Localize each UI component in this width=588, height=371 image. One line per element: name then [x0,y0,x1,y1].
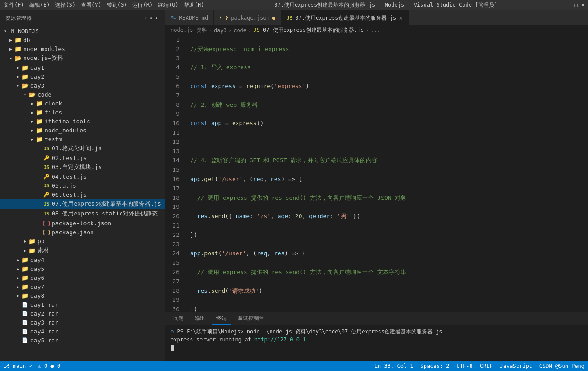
line-num-21: 21 [169,221,179,231]
menu-view[interactable]: 查看(V) [81,1,101,9]
arrow-day4: ▶ [14,257,21,262]
menu-file[interactable]: 文件(F) [4,1,24,9]
tree-item-itheima-tools[interactable]: ▶ 📁 itheima-tools [0,117,165,126]
menu-terminal[interactable]: 终端(U) [158,1,179,9]
label-material: 素材 [38,246,49,254]
menu-edit[interactable]: 编辑(E) [29,1,50,9]
tab-package-json[interactable]: { } package.json ● [214,10,281,25]
tree-item-day5[interactable]: ▶ 📁 day5 [0,264,165,273]
statusbar-eol[interactable]: CRLF [480,363,493,369]
js-icon-file07: JS [43,200,50,207]
statusbar-spaces[interactable]: Spaces: 2 [421,363,450,369]
tree-root-nodejs[interactable]: ▾ N NODEJS [0,26,165,35]
tree-item-pkg-lock[interactable]: { } package-lock.json [0,219,165,228]
statusbar-left: ⎇ main ✓ ⚠ 0 ● 0 [4,363,60,369]
folder-icon-ppt: 📁 [29,237,36,245]
arrow-testm: ▶ [29,137,36,142]
tree-item-day5rar[interactable]: 📄 day5.rar [0,336,165,345]
tree-item-file07[interactable]: JS 07.使用express创建最基本的服务器.js [0,199,165,209]
tree-item-db[interactable]: ▶ 📁 db [0,35,165,44]
tree-item-day1[interactable]: ▶ 📁 day1 [0,63,165,72]
label-day3: day3 [30,82,44,89]
tab-readme[interactable]: M↓ README.md [165,10,214,25]
tab-icon-readme: M↓ [171,15,176,21]
line-num-6: 6 [169,82,179,91]
tree-item-testm[interactable]: ▶ 📁 testm [0,135,165,143]
panel-tab-bar: 问题 输出 终端 调试控制台 [165,312,588,325]
menu-help[interactable]: 帮助(H) [184,1,204,9]
code-line-9: // 调用 express 提供的 res.send() 方法，向客户端响应一个… [190,194,581,203]
tree-item-clock[interactable]: ▶ 📁 clock [0,99,165,108]
tab-close-server[interactable]: × [399,15,402,21]
statusbar-language[interactable]: JavaScript [500,363,532,369]
statusbar-position[interactable]: Ln 33, Col 1 [375,363,413,369]
label-day2: day2 [30,73,44,80]
tree-item-node-modules-root[interactable]: ▶ 📁 node_modules [0,44,165,53]
line-num-28: 28 [169,287,179,296]
tree-item-nodejs-material[interactable]: ▾ 📂 node.js—资料 [0,53,165,63]
tree-item-file01[interactable]: JS 01.格式化时间.js [0,143,165,153]
window-controls[interactable]: —□✕ [567,2,584,8]
tree-item-file06[interactable]: 🔑 06.test.js [0,190,165,199]
terminal-link[interactable]: http://127.0.0.1 [254,337,306,343]
label-db: db [23,37,30,43]
tree-item-day3rar[interactable]: 📄 day3.rar [0,318,165,327]
tree-item-pkg[interactable]: { } package.json [0,228,165,236]
tree-item-files[interactable]: ▶ 📁 files [0,108,165,117]
tree-item-material[interactable]: ▶ 📁 素材 [0,245,165,255]
line-num-13: 13 [169,147,179,156]
statusbar-branch[interactable]: ⎇ main ✓ [4,363,33,369]
tree-item-day1rar[interactable]: 📄 day1.rar [0,300,165,309]
arrow-material: ▶ [21,248,29,253]
terminal-line-1: ⊙ PS E:\练手项目\Nodejs> node .\node.js—资料\d… [171,328,583,336]
label-node-modules-day3: node_modules [45,127,87,134]
line-num-20: 20 [169,212,179,221]
arrow-day5: ▶ [14,266,21,271]
panel-tab-debug[interactable]: 调试控制台 [233,313,269,324]
arrow-day3: ▾ [14,83,21,88]
sidebar-more-button[interactable]: ··· [143,13,159,23]
tree-item-file04[interactable]: 🔑 04.test.js [0,172,165,181]
label-file04: 04.test.js [52,173,87,180]
panel-tab-output[interactable]: 输出 [190,313,210,324]
test-icon-file02: 🔑 [43,154,50,161]
folder-icon-clock: 📁 [36,100,43,107]
tab-server-js[interactable]: JS 07.使用express创建最基本的服务器.js × [281,10,409,25]
line-num-17: 17 [169,184,179,194]
js-icon-file03: JS [43,164,50,171]
tree-item-node-modules-day3[interactable]: ▶ 📁 node_modules [0,126,165,135]
tree-item-day8[interactable]: ▶ 📁 day8 [0,291,165,300]
tree-item-file03[interactable]: JS 03.自定义模块.js [0,162,165,172]
label-node-modules-root: node_modules [23,46,65,52]
tree-item-ppt[interactable]: ▶ 📁 ppt [0,236,165,245]
label-file08: 08.使用express.static对外提供静态资源.js [52,210,165,218]
panel-tab-problems[interactable]: 问题 [169,313,188,324]
rar-icon-day1: 📄 [21,301,29,308]
label-file03: 03.自定义模块.js [52,163,102,171]
tree-item-day7[interactable]: ▶ 📁 day7 [0,282,165,291]
tree-item-file08[interactable]: JS 08.使用express.static对外提供静态资源.js [0,209,165,219]
tree-item-code[interactable]: ▾ 📂 code [0,90,165,99]
statusbar-errors[interactable]: ⚠ 0 ● 0 [38,363,61,369]
menu-select[interactable]: 选择(S) [55,1,75,9]
tree-item-day2rar[interactable]: 📄 day2.rar [0,309,165,318]
tree-item-day2[interactable]: ▶ 📁 day2 [0,72,165,81]
tree-item-day4rar[interactable]: 📄 day4.rar [0,327,165,336]
tab-label-package: package.json [231,15,270,21]
folder-icon-nodejs-material: 📂 [14,55,21,62]
panel-tab-terminal[interactable]: 终端 [212,313,231,325]
statusbar-right: Ln 33, Col 1 Spaces: 2 UTF-8 CRLF JavaSc… [375,363,584,369]
tree-item-file02[interactable]: 🔑 02.test.js [0,153,165,162]
code-editor[interactable]: 1 2 3 4 5 6 7 8 9 10 11 12 13 14 15 16 1… [165,35,588,312]
statusbar-encoding[interactable]: UTF-8 [457,363,473,369]
tree-item-file05[interactable]: JS 05.a.js [0,181,165,190]
line-num-7: 7 [169,91,179,101]
menu-goto[interactable]: 转到(G) [107,1,127,9]
tree-item-day6[interactable]: ▶ 📁 day6 [0,273,165,282]
editor-area: M↓ README.md { } package.json ● JS 07.使用… [165,10,588,361]
terminal-prompt-symbol: ⊙ [171,329,177,335]
tree-item-day4[interactable]: ▶ 📁 day4 [0,255,165,264]
code-line-10: res.send({ name: 'zs', age: 20, gender: … [190,212,581,221]
menu-run[interactable]: 运行(R) [132,1,153,9]
tree-item-day3[interactable]: ▾ 📂 day3 [0,81,165,90]
